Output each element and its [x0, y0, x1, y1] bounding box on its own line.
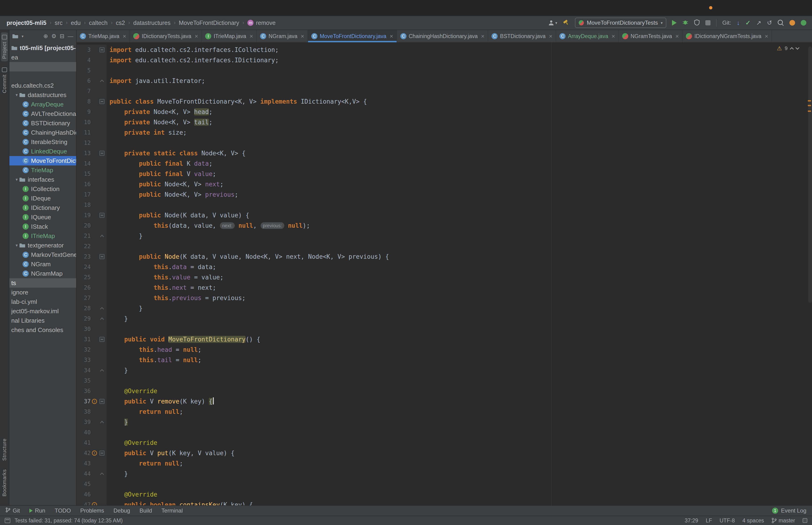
next-issue-icon[interactable]	[796, 46, 799, 50]
line-number[interactable]: 16	[77, 181, 91, 188]
line-number[interactable]: 9	[77, 108, 91, 115]
tree-item-IDictionary[interactable]: IIDictionary	[10, 203, 76, 212]
line-number[interactable]: 18	[77, 201, 91, 208]
tool-button-project[interactable]: Project	[1, 32, 8, 61]
tree-item-MoveToFrontDicti[interactable]: CMoveToFrontDicti	[10, 156, 76, 165]
tab-close-icon[interactable]: ×	[249, 33, 253, 40]
tab-BSTDictionary.java[interactable]: CBSTDictionary.java×	[488, 30, 556, 42]
git-commit-button[interactable]: ✓	[746, 20, 751, 26]
coverage-button[interactable]	[694, 18, 700, 27]
editor-scrollbar[interactable]	[808, 46, 812, 303]
tree-item-edu.caltech.cs2[interactable]: edu.caltech.cs2	[10, 81, 76, 90]
tree-item-ject05-markov.iml[interactable]: ject05-markov.iml	[10, 306, 76, 316]
fold-collapse-icon[interactable]: −	[99, 450, 105, 456]
line-number[interactable]: 13	[77, 150, 91, 156]
caret-position-widget[interactable]: 37:29	[685, 518, 698, 524]
git-push-button[interactable]: ↗	[756, 20, 761, 26]
bottom-tool-TODO[interactable]: TODO	[55, 507, 71, 514]
breadcrumb-item-src[interactable]: src	[55, 19, 62, 26]
tab-ITrieMap.java[interactable]: IITrieMap.java×	[202, 30, 257, 42]
chevron-down-icon[interactable]: ▾	[21, 34, 24, 39]
fold-end-icon[interactable]	[100, 235, 104, 239]
git-update-button[interactable]: ↓	[737, 20, 740, 26]
tree-expand-icon[interactable]: ▾	[14, 243, 19, 248]
line-number[interactable]: 20	[77, 222, 91, 229]
tree-item-ArrayDeque[interactable]: CArrayDeque	[10, 100, 76, 109]
tree-item-interfaces[interactable]: ▾interfaces	[10, 175, 76, 184]
hide-panel-icon[interactable]: —	[68, 33, 73, 40]
fold-collapse-icon[interactable]: −	[99, 337, 105, 342]
debug-button[interactable]	[682, 18, 688, 27]
line-number[interactable]: 34	[77, 367, 91, 374]
line-separator-widget[interactable]: LF	[706, 518, 712, 524]
tree-item-ignore[interactable]: ignore	[10, 288, 76, 297]
tab-close-icon[interactable]: ×	[123, 33, 126, 40]
breadcrumb-item-edu[interactable]: edu	[71, 19, 81, 26]
stop-button[interactable]	[705, 20, 710, 25]
tree-item-BSTDictionary[interactable]: CBSTDictionary	[10, 118, 76, 128]
code-area[interactable]: 3−import edu.caltech.cs2.interfaces.ICol…	[77, 43, 812, 505]
tree-item-LinkedDeque[interactable]: CLinkedDeque	[10, 147, 76, 156]
line-number[interactable]: 8	[77, 98, 91, 105]
tree-item-t05-mli5-project05-m[interactable]: t05-mli5 [project05-m	[10, 43, 76, 52]
project-tree[interactable]: t05-mli5 [project05-meaedu.caltech.cs2▾d…	[10, 42, 76, 505]
line-number[interactable]: 21	[77, 232, 91, 239]
breadcrumb-item-cs2[interactable]: cs2	[116, 19, 125, 26]
tree-item-ches-and-Consoles[interactable]: ches and Consoles	[10, 325, 76, 335]
fold-end-icon[interactable]	[100, 421, 104, 425]
line-number[interactable]: 46	[77, 491, 91, 498]
line-number[interactable]: 26	[77, 284, 91, 291]
event-log-button[interactable]: 1Event Log	[772, 507, 806, 514]
tab-close-icon[interactable]: ×	[481, 33, 485, 40]
prev-issue-icon[interactable]	[790, 47, 794, 51]
tab-MoveToFrontDictionary.java[interactable]: CMoveToFrontDictionary.java×	[308, 30, 397, 42]
line-number[interactable]: 33	[77, 357, 91, 363]
bottom-tool-Git[interactable]: Git	[6, 507, 20, 514]
tree-expand-icon[interactable]: ▾	[14, 92, 19, 97]
bottom-tool-Run[interactable]: Run	[29, 507, 45, 514]
tab-close-icon[interactable]: ×	[195, 33, 198, 40]
tool-button-bookmarks[interactable]: Bookmarks	[1, 467, 8, 499]
line-number[interactable]: 38	[77, 408, 91, 415]
tree-item-IterableString[interactable]: CIterableString	[10, 137, 76, 147]
update-available-icon[interactable]	[790, 20, 795, 26]
tree-expand-icon[interactable]: ▾	[14, 177, 19, 182]
encoding-widget[interactable]: UTF-8	[719, 518, 735, 524]
line-number[interactable]: 47	[77, 501, 91, 505]
tree-item-textgenerator[interactable]: ▾textgenerator	[10, 241, 76, 250]
line-number[interactable]: 11	[77, 129, 91, 136]
collapse-all-icon[interactable]: ⊟	[60, 33, 64, 40]
line-number[interactable]: 28	[77, 305, 91, 312]
search-everywhere-icon[interactable]	[778, 20, 784, 26]
breadcrumb-item-remove[interactable]: mremove	[247, 19, 275, 26]
line-number[interactable]: 23	[77, 253, 91, 260]
warning-stripe-mark[interactable]	[808, 110, 811, 112]
indent-widget[interactable]: 4 spaces	[742, 518, 764, 524]
profile-button[interactable]: ▾	[548, 20, 557, 26]
tree-item-ITrieMap[interactable]: IITrieMap	[10, 231, 76, 241]
tool-window-switcher-icon[interactable]	[5, 518, 10, 523]
tab-close-icon[interactable]: ×	[765, 33, 768, 40]
settings-gear-icon[interactable]: ⚙	[51, 33, 56, 40]
breadcrumb-item-project05-mli5[interactable]: project05-mli5	[6, 19, 47, 26]
tab-close-icon[interactable]: ×	[389, 33, 393, 40]
line-number[interactable]: 37	[77, 398, 91, 405]
tab-close-icon[interactable]: ×	[301, 33, 304, 40]
override-marker-icon[interactable]: ↑	[92, 502, 97, 505]
warning-stripe-mark[interactable]	[808, 100, 811, 102]
tool-button-commit[interactable]: Commit	[1, 65, 8, 95]
tab-TrieMap.java[interactable]: CTrieMap.java×	[77, 30, 130, 42]
bottom-tool-Terminal[interactable]: Terminal	[162, 507, 183, 514]
line-number[interactable]: 44	[77, 470, 91, 477]
fold-end-icon[interactable]	[100, 369, 104, 373]
line-number[interactable]: 32	[77, 346, 91, 353]
line-number[interactable]: 45	[77, 481, 91, 487]
tab-NGram.java[interactable]: CNGram.java×	[257, 30, 308, 42]
line-number[interactable]: 10	[77, 119, 91, 125]
code-with-me-icon[interactable]	[801, 20, 806, 26]
tree-item-TrieMap[interactable]: CTrieMap	[10, 165, 76, 175]
line-number[interactable]: 36	[77, 388, 91, 394]
warning-stripe-mark[interactable]	[808, 105, 811, 106]
line-number[interactable]: 41	[77, 439, 91, 446]
tree-item-NGramMap[interactable]: CNGramMap	[10, 269, 76, 278]
